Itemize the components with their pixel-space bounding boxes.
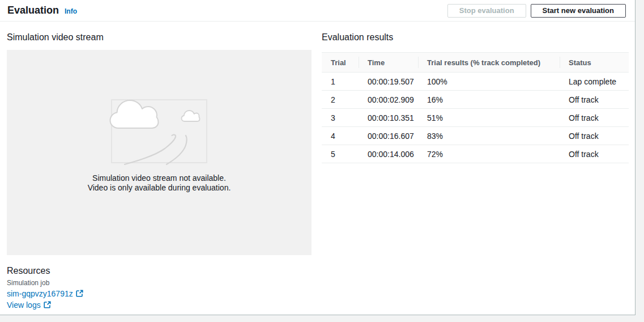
cell-status: Off track (560, 109, 629, 127)
table-row: 5 00:00:14.006 72% Off track (322, 145, 629, 163)
view-logs-link-text: View logs (7, 300, 41, 310)
evaluation-results-table: Trial Time Trial results (% track comple… (322, 52, 629, 163)
view-logs-link[interactable]: View logs (7, 300, 41, 310)
table-row: 4 00:00:16.607 83% Off track (322, 127, 629, 145)
cell-status: Off track (560, 145, 629, 163)
video-unavailable-line2: Video is only available during evaluatio… (7, 183, 312, 193)
simulation-job-link-text: sim-gqpvzy16791z (7, 289, 73, 298)
cell-trial: 1 (322, 73, 359, 91)
column-header-trial: Trial (322, 53, 359, 73)
resources-section: Resources Simulation job sim-gqpvzy16791… (7, 265, 83, 310)
external-link-icon (44, 300, 51, 310)
start-new-evaluation-button[interactable]: Start new evaluation (531, 4, 626, 18)
results-section-title: Evaluation results (322, 32, 629, 43)
cell-track-completed: 51% (418, 109, 560, 127)
table-row: 3 00:00:10.351 51% Off track (322, 109, 629, 127)
column-header-status: Status (560, 53, 629, 73)
cell-track-completed: 100% (418, 73, 560, 91)
cell-time: 00:00:10.351 (359, 109, 418, 127)
cell-time: 00:00:14.006 (359, 145, 418, 163)
external-link-icon (76, 289, 83, 299)
info-link[interactable]: Info (65, 7, 77, 15)
cell-track-completed: 16% (418, 91, 560, 109)
video-unavailable-message: Simulation video stream not available. V… (7, 173, 312, 193)
page-title: Evaluation (7, 5, 59, 16)
cell-status: Off track (560, 91, 629, 109)
evaluation-panel: Evaluation Info Stop evaluation Start ne… (0, 0, 636, 315)
simulation-job-label: Simulation job (7, 278, 83, 287)
resources-title: Resources (7, 265, 83, 277)
column-header-time: Time (359, 53, 418, 73)
cell-track-completed: 83% (418, 127, 560, 145)
table-header-row: Trial Time Trial results (% track comple… (322, 53, 629, 73)
cell-trial: 5 (322, 145, 359, 163)
cell-trial: 4 (322, 127, 359, 145)
cell-time: 00:00:16.607 (359, 127, 418, 145)
cell-time: 00:00:02.909 (359, 91, 418, 109)
video-unavailable-line1: Simulation video stream not available. (7, 173, 312, 183)
cell-trial: 3 (322, 109, 359, 127)
table-row: 2 00:00:02.909 16% Off track (322, 91, 629, 109)
column-header-trial-results: Trial results (% track completed) (418, 53, 560, 73)
video-stream-area: Simulation video stream not available. V… (7, 50, 312, 255)
cell-time: 00:00:19.507 (359, 73, 418, 91)
evaluation-results-section: Evaluation results Trial Time Trial resu… (322, 32, 629, 163)
cell-status: Off track (560, 127, 629, 145)
cell-trial: 2 (322, 91, 359, 109)
stop-evaluation-button[interactable]: Stop evaluation (447, 4, 526, 18)
table-row: 1 00:00:19.507 100% Lap complete (322, 73, 629, 91)
page-header: Evaluation Info Stop evaluation Start ne… (0, 0, 635, 22)
cell-status: Lap complete (560, 73, 629, 91)
cell-track-completed: 72% (418, 145, 560, 163)
simulation-job-link[interactable]: sim-gqpvzy16791z (7, 289, 73, 299)
clouds-and-road-illustration-icon (108, 96, 210, 166)
video-section-title: Simulation video stream (7, 32, 104, 43)
